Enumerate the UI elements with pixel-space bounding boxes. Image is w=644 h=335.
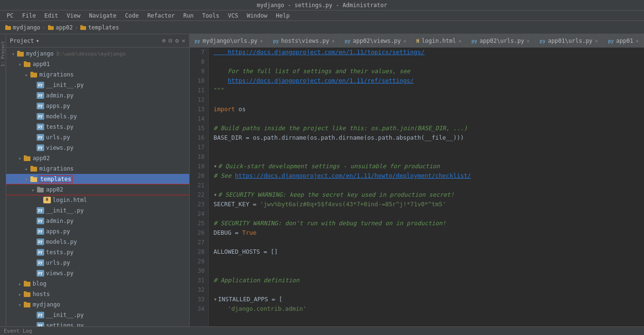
menu-file[interactable]: File (18, 11, 39, 20)
tree-item-init2[interactable]: py __init__.py (6, 205, 189, 216)
line-numbers: 7 8 9 10 11 12 13 14 15 16 17 18 19 20 2… (190, 48, 209, 326)
code-line-16: BASE_DIR = os.path.dirname(os.path.dirna… (213, 133, 639, 143)
tree-item-login-html[interactable]: H login.html (6, 195, 189, 205)
code-line-32 (213, 285, 639, 295)
tree-item-migrations1[interactable]: migrations (6, 69, 189, 80)
tab-hosts-views[interactable]: py hosts\views.py × (268, 34, 340, 48)
tab-close[interactable]: × (332, 38, 335, 44)
editor-area: py mydjango\urls.py × py hosts\views.py … (190, 34, 644, 326)
tree-item-admin1[interactable]: py admin.py (6, 90, 189, 101)
folder-icon (23, 155, 31, 162)
arrow-templates (23, 177, 30, 182)
svg-rect-14 (30, 167, 37, 172)
tree-item-hosts[interactable]: hosts (6, 289, 189, 299)
menu-edit[interactable]: Edit (40, 11, 62, 20)
project-label[interactable]: 1: Project (0, 41, 5, 67)
breadcrumb-sep2: › (75, 24, 78, 31)
arrow-migrations2 (23, 166, 30, 172)
code-line-14 (213, 114, 639, 124)
menu-refactor[interactable]: Refactor (144, 11, 179, 20)
tree-item-mydjango-root[interactable]: mydjango D:\web\devops\mydjango (6, 48, 189, 59)
collapse-icon[interactable]: ▾ (213, 295, 217, 304)
tree-item-urls2[interactable]: py urls.py (6, 258, 189, 268)
code-line-25: # SECURITY WARNING: don't run with debug… (213, 219, 639, 228)
event-log-label[interactable]: Event Log (4, 328, 32, 334)
tab-mydjango-urls[interactable]: py mydjango\urls.py × (190, 34, 268, 48)
menu-window[interactable]: Window (243, 11, 271, 20)
breadcrumb-templates[interactable]: templates (80, 24, 119, 31)
close-panel-btn[interactable]: × (182, 37, 185, 44)
panel-dropdown-icon[interactable]: ▾ (36, 38, 39, 44)
code-line-9: For the full list of settings and their … (213, 67, 639, 76)
code-area[interactable]: https://docs.djangoproject.com/en/1.11/t… (209, 48, 644, 326)
tree-item-init3[interactable]: py __init__.py (6, 310, 189, 320)
menu-navigate[interactable]: Navigate (85, 11, 120, 20)
tree-label: apps.py (46, 228, 70, 235)
tree-label: models.py (46, 113, 77, 120)
locate-btn[interactable]: ⊕ (162, 37, 166, 44)
code-line-30 (213, 266, 639, 276)
tab-app02-urls[interactable]: py app02\urls.py × (467, 34, 535, 48)
py-file-icon: py (37, 228, 44, 235)
menu-tools[interactable]: Tools (198, 11, 223, 20)
tree-item-app02[interactable]: app02 (6, 153, 189, 163)
svg-rect-10 (30, 73, 37, 77)
tree-label: tests.py (46, 249, 74, 256)
collapse-btn[interactable]: ⊟ (169, 37, 173, 44)
tab-app02-views[interactable]: py app02\views.py × (340, 34, 412, 48)
tab-close[interactable]: × (260, 38, 263, 44)
left-strip: 1: Project (0, 34, 6, 326)
code-line-20: # See https://docs.djangoproject.com/en/… (213, 171, 639, 181)
tree-item-settings[interactable]: py settings.py (6, 320, 189, 326)
tree-label: settings.py (46, 322, 84, 326)
tree-item-views2[interactable]: py views.py (6, 268, 189, 278)
tree-item-app01[interactable]: app01 (6, 59, 189, 69)
tab-close[interactable]: × (595, 38, 598, 44)
menu-pc[interactable]: PC (3, 11, 17, 20)
menu-view[interactable]: View (63, 11, 84, 20)
tab-close[interactable]: × (403, 38, 406, 44)
tree-item-views1[interactable]: py views.py (6, 143, 189, 153)
tab-close[interactable]: × (458, 38, 461, 44)
menu-run[interactable]: Run (180, 11, 198, 20)
collapse-icon[interactable]: ▾ (213, 190, 217, 200)
folder-icon (23, 301, 31, 308)
tab-close[interactable]: × (527, 38, 530, 44)
tree-item-app02sub[interactable]: app02 (6, 184, 189, 195)
tab-icon: py (540, 38, 546, 44)
menu-help[interactable]: Help (272, 11, 294, 20)
menu-vcs[interactable]: VCS (224, 11, 242, 20)
tree-item-migrations2[interactable]: migrations (6, 163, 189, 174)
svg-rect-21 (24, 281, 27, 282)
tree-item-apps1[interactable]: py apps.py (6, 101, 189, 111)
tree-item-apps2[interactable]: py apps.py (6, 226, 189, 237)
code-line-8 (213, 57, 639, 67)
arrow-mydjango (10, 51, 17, 57)
tree-item-init1[interactable]: py __init__.py (6, 80, 189, 90)
breadcrumb-app02[interactable]: app02 (48, 24, 73, 31)
tree-item-mydjango[interactable]: mydjango (6, 299, 189, 310)
tree-item-templates[interactable]: templates (6, 174, 189, 184)
code-line-18 (213, 152, 639, 162)
tree-item-admin2[interactable]: py admin.py (6, 216, 189, 226)
breadcrumb-root[interactable]: mydjango (5, 24, 40, 31)
settings-btn[interactable]: ⚙ (175, 37, 179, 44)
tree-label: migrations (39, 165, 74, 172)
tab-app01[interactable]: py app01 × (603, 34, 644, 48)
arrow-app02 (17, 156, 23, 161)
tab-app01-urls[interactable]: py app01\urls.py × (535, 34, 604, 48)
collapse-icon[interactable]: ▾ (213, 162, 217, 171)
tree-item-tests2[interactable]: py tests.py (6, 247, 189, 258)
html-file-icon: H (43, 197, 51, 203)
tree-label: urls.py (46, 134, 70, 141)
tree-item-models1[interactable]: py models.py (6, 111, 189, 122)
tree-item-blog[interactable]: blog (6, 278, 189, 289)
py-file-icon: py (37, 113, 44, 120)
tree-item-tests1[interactable]: py tests.py (6, 122, 189, 132)
tree-item-urls1[interactable]: py urls.py (6, 132, 189, 143)
tab-login-html[interactable]: H login.html × (412, 34, 467, 48)
svg-rect-1 (5, 25, 8, 27)
tree-item-models2[interactable]: py models.py (6, 237, 189, 247)
menu-code[interactable]: Code (121, 11, 143, 20)
tab-close[interactable]: × (635, 38, 639, 44)
